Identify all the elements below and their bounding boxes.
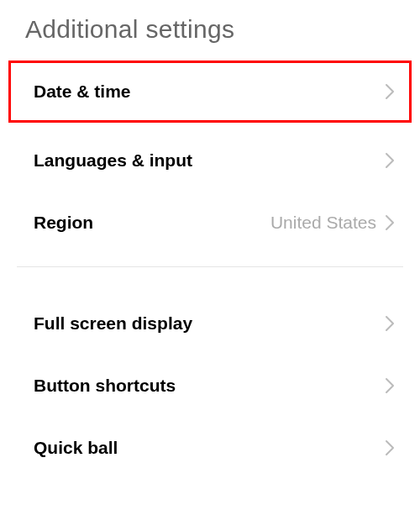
page-title: Additional settings bbox=[25, 15, 395, 44]
settings-item-button-shortcuts[interactable]: Button shortcuts bbox=[0, 355, 420, 417]
chevron-right-icon bbox=[385, 214, 395, 231]
chevron-right-icon bbox=[385, 377, 395, 394]
chevron-right-icon bbox=[385, 152, 395, 169]
chevron-right-icon bbox=[385, 83, 395, 100]
settings-item-right bbox=[385, 152, 395, 169]
settings-item-region[interactable]: Region United States bbox=[0, 192, 420, 254]
settings-item-label: Button shortcuts bbox=[34, 376, 176, 396]
page-header: Additional settings bbox=[0, 0, 420, 60]
settings-item-full-screen-display[interactable]: Full screen display bbox=[0, 292, 420, 355]
settings-item-label: Full screen display bbox=[34, 313, 192, 334]
section-divider bbox=[17, 266, 403, 267]
settings-item-label: Quick ball bbox=[34, 438, 118, 458]
settings-item-quick-ball[interactable]: Quick ball bbox=[0, 417, 420, 479]
chevron-right-icon bbox=[385, 439, 395, 456]
settings-item-value: United States bbox=[270, 213, 376, 233]
settings-item-right bbox=[385, 315, 395, 332]
settings-item-languages-input[interactable]: Languages & input bbox=[0, 129, 420, 192]
settings-item-label: Date & time bbox=[34, 82, 131, 102]
settings-list: Date & time Languages & input Region Uni… bbox=[0, 60, 420, 479]
chevron-right-icon bbox=[385, 315, 395, 332]
settings-item-right: United States bbox=[270, 213, 395, 233]
settings-item-date-time[interactable]: Date & time bbox=[8, 60, 412, 123]
settings-item-label: Region bbox=[34, 213, 93, 233]
settings-item-right bbox=[385, 83, 395, 100]
settings-item-right bbox=[385, 439, 395, 456]
settings-item-label: Languages & input bbox=[34, 150, 192, 171]
settings-item-right bbox=[385, 377, 395, 394]
